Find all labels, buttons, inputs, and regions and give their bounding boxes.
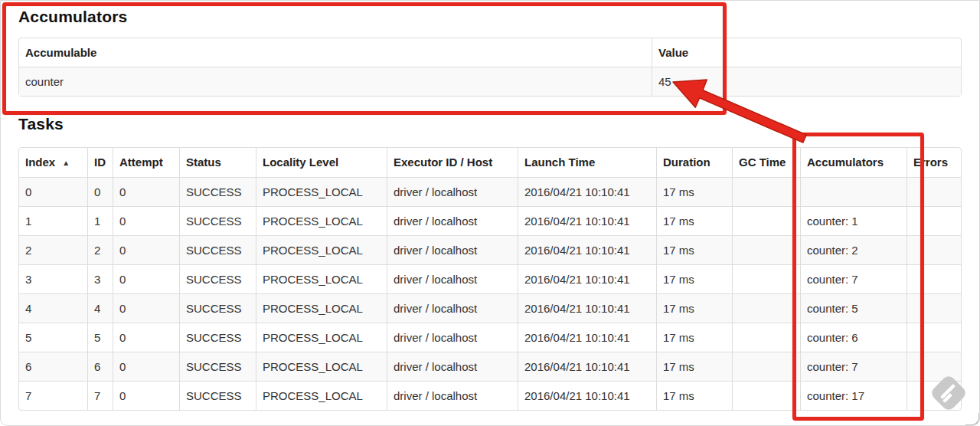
cell-id: 3 (87, 264, 113, 293)
table-row: 550SUCCESSPROCESS_LOCALdriver / localhos… (19, 323, 961, 352)
accumulators-header-row: Accumulable Value (19, 38, 961, 67)
sort-ascending-icon: ▲ (62, 159, 70, 167)
cell-status: SUCCESS (179, 323, 256, 352)
column-header-attempt[interactable]: Attempt (113, 148, 179, 177)
column-header-duration[interactable]: Duration (656, 148, 732, 177)
cell-errors (906, 206, 961, 235)
cell-errors (906, 264, 961, 293)
column-header-gc_time[interactable]: GC Time (732, 148, 800, 177)
cell-attempt: 0 (113, 177, 179, 206)
column-header-accumulable: Accumulable (19, 38, 652, 67)
cell-index: 6 (19, 352, 87, 381)
cell-status: SUCCESS (179, 177, 256, 206)
cell-gc_time (732, 235, 800, 264)
cell-accumulable-value: 45 (652, 67, 961, 96)
table-row: 330SUCCESSPROCESS_LOCALdriver / localhos… (19, 264, 961, 293)
cell-errors (906, 381, 961, 410)
cell-gc_time (732, 206, 800, 235)
cell-id: 0 (87, 177, 113, 206)
cell-gc_time (732, 177, 800, 206)
cell-gc_time (732, 381, 800, 410)
cell-duration: 17 ms (656, 264, 732, 293)
table-row: 770SUCCESSPROCESS_LOCALdriver / localhos… (19, 381, 961, 410)
cell-duration: 17 ms (656, 323, 732, 352)
cell-launch_time: 2016/04/21 10:10:41 (518, 293, 656, 323)
cell-status: SUCCESS (179, 206, 256, 235)
column-header-launch_time[interactable]: Launch Time (518, 148, 656, 177)
cell-index: 4 (19, 293, 87, 323)
cell-launch_time: 2016/04/21 10:10:41 (518, 206, 656, 235)
spark-stage-page: Accumulators Accumulable Value counter 4… (0, 0, 980, 426)
cell-status: SUCCESS (179, 264, 256, 293)
cell-gc_time (732, 323, 800, 352)
cell-index: 3 (19, 264, 87, 293)
cell-attempt: 0 (113, 293, 179, 323)
cell-duration: 17 ms (656, 293, 732, 323)
cell-status: SUCCESS (179, 352, 256, 381)
cell-id: 7 (87, 381, 113, 410)
cell-executor_id_host: driver / localhost (387, 293, 518, 323)
cell-duration: 17 ms (656, 235, 732, 264)
column-header-status[interactable]: Status (179, 148, 256, 177)
screenshot-frame-corner (965, 413, 980, 426)
cell-errors (906, 323, 961, 352)
cell-duration: 17 ms (656, 381, 732, 410)
cell-executor_id_host: driver / localhost (387, 352, 518, 381)
cell-locality_level: PROCESS_LOCAL (256, 235, 387, 264)
cell-executor_id_host: driver / localhost (387, 206, 518, 235)
cell-accumulators: counter: 2 (800, 235, 906, 264)
cell-locality_level: PROCESS_LOCAL (256, 293, 387, 323)
cell-attempt: 0 (113, 235, 179, 264)
cell-errors (906, 235, 961, 264)
cell-locality_level: PROCESS_LOCAL (256, 264, 387, 293)
column-header-value: Value (652, 38, 961, 67)
column-header-locality_level[interactable]: Locality Level (256, 148, 387, 177)
cell-gc_time (732, 264, 800, 293)
cell-duration: 17 ms (656, 206, 732, 235)
cell-index: 2 (19, 235, 87, 264)
cell-accumulators: counter: 17 (800, 381, 906, 410)
cell-index: 0 (19, 177, 87, 206)
cell-launch_time: 2016/04/21 10:10:41 (518, 177, 656, 206)
cell-accumulators: counter: 1 (800, 206, 906, 235)
tasks-table: Index▲IDAttemptStatusLocality LevelExecu… (18, 147, 962, 411)
table-row: counter 45 (19, 67, 961, 96)
table-row: 000SUCCESSPROCESS_LOCALdriver / localhos… (19, 177, 961, 206)
cell-gc_time (732, 352, 800, 381)
cell-index: 1 (19, 206, 87, 235)
cell-attempt: 0 (113, 323, 179, 352)
cell-duration: 17 ms (656, 352, 732, 381)
cell-launch_time: 2016/04/21 10:10:41 (518, 352, 656, 381)
cell-locality_level: PROCESS_LOCAL (256, 177, 387, 206)
cell-duration: 17 ms (656, 177, 732, 206)
column-header-index[interactable]: Index▲ (19, 148, 87, 177)
column-header-errors[interactable]: Errors (906, 148, 961, 177)
column-header-executor_id_host[interactable]: Executor ID / Host (387, 148, 518, 177)
column-header-accumulators[interactable]: Accumulators (800, 148, 906, 177)
accumulators-table: Accumulable Value counter 45 (18, 38, 962, 97)
table-row: 220SUCCESSPROCESS_LOCALdriver / localhos… (19, 235, 961, 264)
cell-errors (906, 177, 961, 206)
cell-launch_time: 2016/04/21 10:10:41 (518, 235, 656, 264)
cell-accumulators (800, 177, 906, 206)
cell-status: SUCCESS (179, 381, 256, 410)
cell-attempt: 0 (113, 206, 179, 235)
cell-id: 6 (87, 352, 113, 381)
table-row: 110SUCCESSPROCESS_LOCALdriver / localhos… (19, 206, 961, 235)
cell-locality_level: PROCESS_LOCAL (256, 323, 387, 352)
cell-accumulators: counter: 7 (800, 352, 906, 381)
column-header-id[interactable]: ID (87, 148, 113, 177)
cell-status: SUCCESS (179, 293, 256, 323)
cell-id: 4 (87, 293, 113, 323)
cell-launch_time: 2016/04/21 10:10:41 (518, 264, 656, 293)
cell-id: 1 (87, 206, 113, 235)
cell-executor_id_host: driver / localhost (387, 264, 518, 293)
cell-accumulators: counter: 7 (800, 264, 906, 293)
cell-launch_time: 2016/04/21 10:10:41 (518, 381, 656, 410)
cell-executor_id_host: driver / localhost (387, 323, 518, 352)
cell-id: 5 (87, 323, 113, 352)
cell-executor_id_host: driver / localhost (387, 235, 518, 264)
tasks-header-row: Index▲IDAttemptStatusLocality LevelExecu… (19, 148, 961, 177)
cell-launch_time: 2016/04/21 10:10:41 (518, 323, 656, 352)
cell-attempt: 0 (113, 264, 179, 293)
